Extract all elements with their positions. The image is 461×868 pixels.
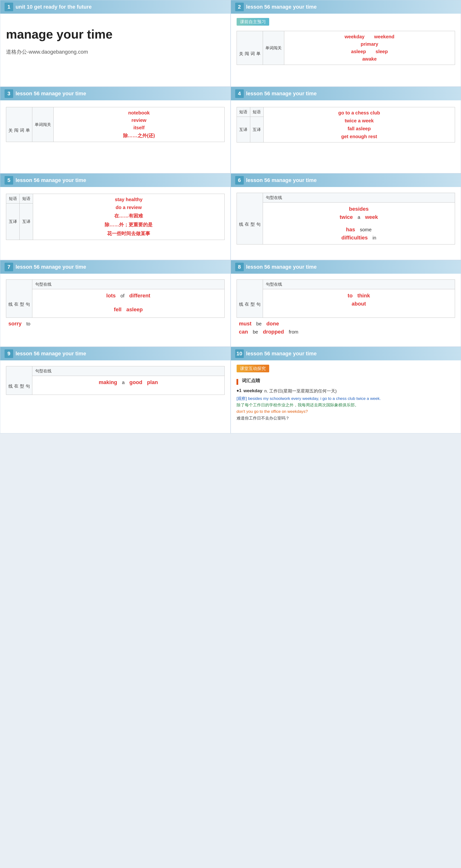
- sentence-inner-label-6: 句型在线: [263, 193, 455, 203]
- sentence-inner-9: 句型在线 making a good plan: [32, 366, 224, 395]
- sentence-inner-7: 句型在线 lots of different fell asleep: [32, 280, 224, 317]
- phrase-twice-week: twice a week: [345, 118, 374, 124]
- word-sleep: sleep: [375, 49, 388, 54]
- vocab-inner-label-2: 单词闯关: [263, 31, 284, 65]
- cell-2: 2 lesson 56 manage your time 课前自主预习 单词闯关…: [230, 0, 461, 87]
- vocab-box-2: 单词闯关 单词闯关 weekday weekend primary asleep…: [237, 31, 455, 65]
- subtitle: 道格办公-www.daogebangong.com: [6, 49, 225, 56]
- cell-9-number: 9: [5, 349, 13, 358]
- cell-8-title: lesson 56 manage your time: [246, 264, 317, 270]
- sentence-content-8: to think about: [263, 289, 455, 310]
- phrase-in-difficulty: 在……有困难: [114, 213, 143, 219]
- cell-4-content: 短语 互译 短语 互译 go to a chess club twice a w…: [231, 100, 461, 149]
- sentence-box-6: 句型在线 句型在线 besides twice a week: [237, 193, 455, 245]
- cell-3-title: lesson 56 manage your time: [16, 91, 86, 97]
- vocab-box-3: 单词闯关 单词闯关 notebook review itself 除……之外(还…: [6, 107, 225, 142]
- word-besides: 除……之外(还): [123, 132, 155, 139]
- word-itself: itself: [133, 125, 145, 130]
- word-plan-9: plan: [147, 379, 158, 385]
- vocab-row-3-4: 除……之外(还): [58, 132, 221, 139]
- phrase-labels-5b: 短语 互译: [20, 194, 33, 240]
- word-fell-7: fell: [114, 307, 122, 313]
- section-title-10: 词汇点睛: [242, 378, 260, 384]
- phrase-get-rest: get enough rest: [341, 134, 377, 140]
- phrase-box-5: 短语 互译 短语 互译 stay healthy do a review 在………: [6, 194, 225, 240]
- sentence-line-8-2: about: [267, 301, 451, 307]
- main-title: manage your time: [6, 28, 225, 41]
- vocab-outer-label-2: 单词闯关: [237, 31, 263, 65]
- cell-4-header: 4 lesson 56 manage your time: [231, 87, 461, 100]
- word-good-9: good: [129, 379, 142, 385]
- phrase-do-review: do a review: [116, 205, 142, 210]
- word-be-8: be: [256, 321, 262, 327]
- cell-1-number: 1: [5, 3, 13, 11]
- cell-8: 8 lesson 56 manage your time 句型在线 句型在线 t…: [230, 260, 461, 347]
- sentence-content-9: making a good plan: [32, 376, 224, 389]
- word-week-6: week: [365, 214, 378, 220]
- sentence-inner-8: 句型在线 to think about: [263, 280, 455, 317]
- cell-7-header: 7 lesson 56 manage your time: [0, 260, 230, 274]
- sentence-line-7-1: lots of different: [36, 292, 221, 299]
- phrase-words-4: go to a chess club twice a week fall asl…: [264, 107, 455, 142]
- cell-6: 6 lesson 56 manage your time 句型在线 句型在线 b…: [230, 173, 461, 260]
- word-asleep-7: asleep: [126, 307, 143, 313]
- spacer-7: [36, 301, 221, 305]
- below-line-8-2: can be dropped from: [237, 329, 455, 335]
- word-besides-6: besides: [349, 206, 369, 212]
- sentence-outer-9: 句型在线: [6, 366, 32, 395]
- cell-2-header: 2 lesson 56 manage your time: [231, 0, 461, 14]
- sentence-label-col-8: 句型在线: [237, 280, 263, 317]
- phrase-stay-healthy: stay healthy: [115, 197, 143, 202]
- cell-6-title: lesson 56 manage your time: [246, 177, 317, 183]
- word-has-6: has: [346, 226, 355, 233]
- word-difficulties-6: difficulties: [341, 235, 368, 241]
- phrase-fall-asleep: fall asleep: [347, 126, 371, 131]
- cell-3-content: 单词闯关 单词闯关 notebook review itself 除……之外(还…: [0, 100, 230, 149]
- vocab-row-4: awake: [288, 56, 451, 62]
- item1-orange: don't you go to the office on weekdays?: [237, 408, 455, 415]
- word-different-7: different: [129, 292, 150, 299]
- word-weekday: weekday: [345, 34, 365, 39]
- cell-9-header: 9 lesson 56 manage your time: [0, 347, 230, 360]
- section-icon-10: ▌: [237, 379, 240, 384]
- sentence-box-7: 句型在线 句型在线 lots of different fell asleep: [6, 279, 225, 318]
- cell-7-number: 7: [5, 263, 13, 271]
- word-twice-6: twice: [340, 214, 353, 220]
- sentence-inner-label-8: 句型在线: [263, 280, 455, 289]
- word-be2-8: be: [253, 329, 258, 335]
- cell-2-number: 2: [235, 3, 244, 11]
- cell-9: 9 lesson 56 manage your time 句型在线 句型在线 m…: [0, 347, 230, 433]
- word-think-8: think: [357, 292, 370, 299]
- word-dropped-8: dropped: [263, 329, 284, 335]
- cell-5: 5 lesson 56 manage your time 短语 互译 短语 互译…: [0, 173, 230, 260]
- phrase-label-5b: 互译: [6, 204, 20, 240]
- phrase-label-5d: 互译: [20, 204, 33, 240]
- cell-10-number: 10: [235, 349, 244, 358]
- word-must-8: must: [239, 321, 252, 327]
- sentence-content-6: besides twice a week has some: [263, 203, 455, 244]
- item1-num: ●1: [237, 388, 242, 393]
- cell-4-title: lesson 56 manage your time: [246, 91, 317, 97]
- section-header-10: ▌ 词汇点睛: [237, 378, 455, 386]
- vocab-row-3-3: itself: [58, 125, 221, 130]
- sentence-line-8-1: to think: [267, 292, 451, 299]
- word-lots-7: lots: [106, 292, 116, 299]
- vocab-words-2: weekday weekend primary asleep sleep awa…: [284, 31, 455, 65]
- sentence-label-col-7: 句型在线: [6, 280, 32, 317]
- word-a-6: a: [358, 215, 360, 220]
- item1-zh: 除了每个工作日的学校作业之外，我每周还去两次国际象棋俱乐部。: [237, 402, 455, 408]
- word-making-9: making: [99, 379, 117, 385]
- word-about-8: about: [351, 301, 366, 307]
- word-weekend: weekend: [374, 34, 394, 39]
- sentence-line-7-2: fell asleep: [36, 307, 221, 313]
- cell-2-title: lesson 56 manage your time: [246, 4, 317, 10]
- sentence-line-6-4: has some: [267, 226, 451, 233]
- word-to-8: to: [348, 292, 353, 299]
- cell-10-title: lesson 56 manage your time: [246, 350, 317, 357]
- cell-8-content: 句型在线 句型在线 to think about: [231, 274, 461, 339]
- sentence-outer-8: 句型在线: [237, 280, 263, 317]
- cell-3: 3 lesson 56 manage your time 单词闯关 单词闯关 n…: [0, 87, 230, 173]
- vocab-row-3: asleep sleep: [288, 49, 451, 54]
- vocab-row-3-1: notebook: [58, 110, 221, 116]
- phrase-go-to-chess: go to a chess club: [338, 110, 380, 116]
